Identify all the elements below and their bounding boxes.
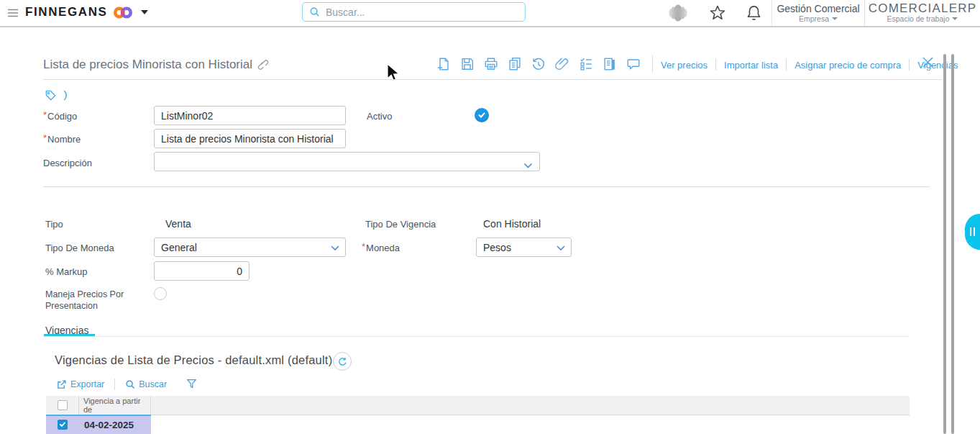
close-icon[interactable]: [922, 56, 934, 71]
link-icon[interactable]: [257, 59, 269, 71]
report-icon[interactable]: [602, 56, 618, 72]
chevron-down-icon: [952, 17, 958, 20]
action-ver-precios[interactable]: Ver precios: [653, 60, 715, 71]
tabs-divider: [43, 336, 910, 337]
notifications-bell-icon[interactable]: [736, 0, 771, 26]
grid-search-button[interactable]: Buscar: [125, 379, 167, 389]
tipo-label: Tipo: [45, 219, 63, 230]
expand-tags-chevron-icon[interactable]: [63, 90, 70, 101]
grid-search-label: Buscar: [139, 379, 167, 389]
tag-icon[interactable]: [45, 89, 57, 101]
company-selector[interactable]: Gestión Comercial Empresa: [772, 0, 864, 26]
new-document-icon[interactable]: [436, 56, 452, 72]
record-actions: Ver precios Importar lista Asignar preci…: [653, 59, 966, 71]
favorites-star-icon[interactable]: [699, 0, 736, 26]
side-drawer-handle[interactable]: [965, 214, 980, 250]
refresh-button[interactable]: [333, 352, 352, 371]
maneja-precios-checkbox[interactable]: [154, 287, 167, 300]
action-vigencias[interactable]: Vigencias: [910, 60, 966, 71]
action-asignar-precio-compra[interactable]: Asignar precio de compra: [787, 60, 909, 71]
hamburger-menu-icon[interactable]: [6, 6, 19, 22]
vigencias-table: Vigencia a partir de 04-02-2025: [46, 396, 910, 434]
header-accent-bar: [46, 415, 151, 416]
mouse-cursor: [384, 63, 403, 84]
table-header-row: Vigencia a partir de: [46, 396, 910, 415]
workspace-name: COMERCIALERP: [869, 3, 976, 14]
codigo-field[interactable]: [154, 106, 346, 125]
chevron-down-icon[interactable]: [141, 10, 148, 14]
descripcion-label: Descripción: [43, 158, 92, 168]
copy-icon[interactable]: [507, 56, 523, 72]
column-header-vigencia[interactable]: Vigencia a partir de: [79, 396, 151, 415]
finnegans-logo[interactable]: FINNEGANS: [25, 5, 148, 19]
top-right-cluster: Gestión Comercial Empresa COMERCIALERP E…: [657, 0, 980, 26]
export-icon: [56, 379, 67, 390]
workspace-sublabel: Espacio de trabajo: [887, 14, 950, 23]
logo-text: FINNEGANS: [25, 5, 108, 19]
chevron-down-icon: [832, 17, 838, 20]
finnegans-erp-app: FINNEGANS: [0, 0, 980, 434]
tipo-de-moneda-select[interactable]: General: [154, 238, 346, 257]
filter-funnel-icon[interactable]: [186, 378, 197, 392]
action-importar-lista[interactable]: Importar lista: [716, 60, 786, 71]
page-title-text: Lista de precios Minorista con Historial: [43, 58, 252, 72]
select-all-checkbox[interactable]: [58, 400, 68, 410]
tipo-de-moneda-selected: General: [161, 242, 197, 253]
activo-label: Activo: [367, 111, 392, 122]
nombre-label: Nombre: [43, 134, 81, 145]
moneda-selected: Pesos: [483, 242, 511, 253]
tipo-value: Venta: [165, 218, 191, 230]
title-divider: [43, 79, 942, 80]
codigo-label: Código: [43, 111, 77, 122]
record-toolbar: [436, 55, 653, 73]
company-sublabel: Empresa: [799, 14, 829, 23]
history-icon[interactable]: [531, 56, 546, 72]
search-icon: [309, 6, 320, 17]
moneda-label: Moneda: [362, 243, 400, 253]
search-input[interactable]: [324, 6, 525, 19]
grid-toolbar: Exportar Buscar: [56, 377, 197, 392]
export-button[interactable]: Exportar: [56, 379, 104, 390]
workspace-selector[interactable]: COMERCIALERP Espacio de trabajo: [865, 0, 980, 26]
chevron-down-icon[interactable]: [523, 159, 533, 172]
section-divider: [43, 186, 930, 187]
activo-checkbox[interactable]: [475, 108, 489, 122]
tipo-de-moneda-label: Tipo De Moneda: [45, 243, 114, 253]
comment-icon[interactable]: [626, 56, 641, 72]
moneda-select[interactable]: Pesos: [476, 238, 572, 257]
maneja-precios-label: Maneja Precios Por Presentacion: [45, 289, 155, 312]
print-icon[interactable]: [483, 56, 499, 72]
markup-field[interactable]: [154, 261, 249, 281]
chevron-down-icon: [557, 245, 565, 251]
toolbar-divider: [114, 379, 115, 390]
assistant-blob-icon[interactable]: [657, 0, 699, 26]
row-checkbox[interactable]: [58, 420, 68, 430]
cell-vigencia: 04-02-2025: [79, 415, 151, 434]
row-select-cell: [46, 415, 79, 434]
page-scrollbar[interactable]: [951, 54, 954, 434]
search-icon: [125, 379, 135, 389]
checklist-icon[interactable]: [578, 56, 594, 72]
export-label: Exportar: [70, 379, 104, 389]
page-title: Lista de precios Minorista con Historial: [43, 58, 269, 72]
company-name: Gestión Comercial: [777, 3, 859, 14]
tags-row: [45, 89, 70, 101]
markup-label: % Markup: [45, 266, 88, 277]
tipo-de-vigencia-value: Con Historial: [483, 218, 541, 230]
grid-title: Vigencias de Lista de Precios - default.…: [55, 353, 332, 367]
inner-scrollbar[interactable]: [943, 54, 946, 434]
nombre-field[interactable]: [154, 129, 346, 148]
top-bar: FINNEGANS: [0, 0, 980, 27]
infinity-logo-icon: [113, 6, 133, 19]
descripcion-field[interactable]: [154, 152, 540, 171]
save-icon[interactable]: [459, 56, 475, 72]
chevron-down-icon: [331, 245, 339, 251]
select-all-cell: [46, 396, 79, 415]
global-search[interactable]: [302, 2, 526, 22]
table-row[interactable]: 04-02-2025: [46, 415, 910, 434]
attachment-icon[interactable]: [554, 56, 570, 72]
tipo-de-vigencia-label: Tipo De Vigencia: [365, 219, 436, 230]
